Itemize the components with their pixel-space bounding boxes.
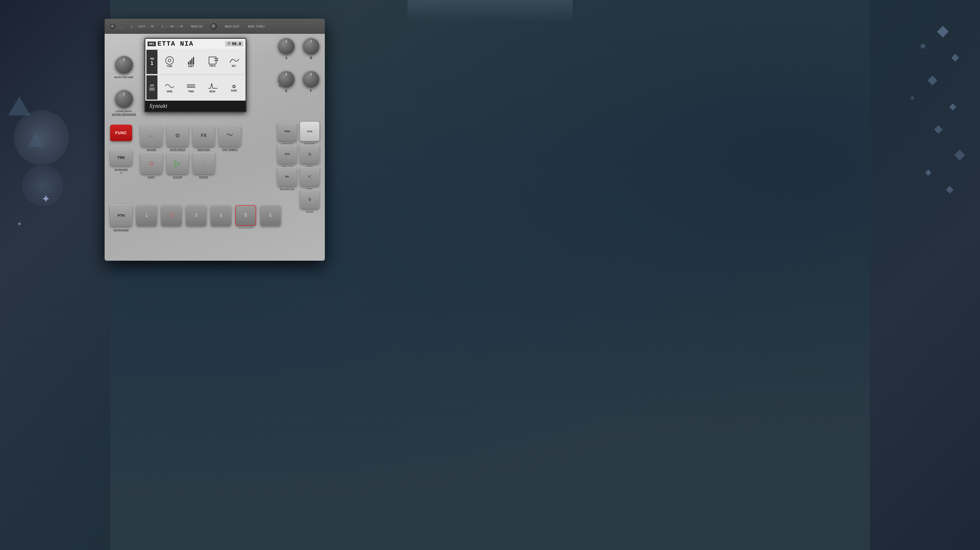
level-data-label: LEVEL/DATASOUND BROWSER [112,110,136,116]
tmod-icon [187,82,195,90]
ptn-button[interactable]: PTN METRONOME [110,204,132,226]
track-number: 1 [151,60,154,66]
knob-a-label: A [285,56,288,60]
lcd-top-bar: A01 ETTA NIA ⏱ 98.0 [145,39,245,49]
step-button-3[interactable]: 3 [186,205,207,226]
right-nav-buttons: TRIG QUANTIZE SYN MACHINE YES SAVE PTN ∧… [277,122,319,209]
level-data-knob[interactable] [115,90,133,108]
step-1-sub: :…… [144,228,149,230]
step-button-4[interactable]: 4 [211,205,231,226]
smod-label: SMOD [167,90,172,93]
midi-din-jack [211,23,216,29]
pattern-id: A01 [148,41,156,46]
knob-b-container: B [303,38,319,60]
main-volume-container: MAIN VOLUME [110,56,138,79]
paste-label: PASTE [199,176,208,179]
param-tmod: TMOD [181,82,202,93]
trk-indicator-dot [121,172,122,174]
pattern-name: ETTA NIA [158,40,194,48]
bpm-display: ⏱ 98.0 [225,41,243,46]
param-smod: SMOD [159,82,180,93]
bpm-icon: ⏱ [228,42,231,46]
step-num-1: 1 [145,212,148,218]
lcd-row-1: TRK 1 TUNE [146,50,245,74]
audio-out-label: L ···· OUT ···· R [131,25,154,28]
step-button-1[interactable]: 1 :…… [136,205,157,226]
knob-b[interactable] [303,38,319,54]
over-label: OVER [231,90,237,92]
param-swep: SWEP [181,56,202,68]
copy-icon: ○ [149,159,154,167]
smod-icon [165,82,175,90]
dec-icon [229,57,239,64]
bg-left-panel [0,0,110,550]
trk-button[interactable]: TRK KEYBOARD [110,149,132,166]
tap-tempo-label: TAP TEMPO [222,148,237,151]
reload-ptn-sublabel: RELOAD PTN [280,187,294,190]
knob-e-label: E [285,89,287,93]
midi-out-label: MIDI OUT [225,25,240,28]
param-menv: MENV [202,82,223,93]
knob-f[interactable] [303,71,319,87]
swep-label: SWEP [188,65,194,68]
param-pnch: PNCH [202,57,223,67]
routing-button[interactable]: FX ROUTING [193,125,215,147]
copy-button[interactable]: ○ COPY [140,152,162,174]
track-number-box: TRK 1 [146,50,158,74]
tmod-label: TMOD [188,90,194,93]
no-button[interactable]: NO RELOAD PTN [277,167,297,186]
clear-button[interactable]: ▷ CLEAR [167,152,189,174]
no-label: NO [285,175,289,178]
step-num-5: 5 [244,212,247,218]
step-num-4: 4 [220,212,222,218]
knob-a[interactable] [278,38,294,54]
lev-bar [149,87,155,91]
swep-icon [188,56,194,65]
routing-label: ROUTING [198,148,210,151]
lev-label-box: LEV [150,84,154,87]
save-proj-button[interactable]: ⚙ SAVE PROJ [167,125,189,147]
left-knobs-section: MAIN VOLUME LEVEL/DATASOUND BROWSER [110,56,138,127]
digital-mute-label: DIGITAL/MUTE [239,227,253,229]
main-volume-knob[interactable] [115,56,133,74]
arrow-left-button[interactable]: < µTIME - [300,167,319,186]
step-buttons-row: PTN METRONOME 1 :…… 2 3 4 5 [110,204,319,226]
func-button[interactable]: FUNC [110,125,132,141]
step-button-6[interactable]: 6 [260,205,281,226]
lcd-brand-area: Syntakt [145,101,245,111]
step-button-2[interactable]: 2 [161,205,182,226]
arrow-up-icon: ∧ [308,151,312,157]
paste-icon: □ [202,160,206,166]
arrow-down-icon: ∨ [308,196,312,202]
bg-right-panel [870,0,980,550]
pnch-label: PNCH [210,65,215,67]
midi-thru-group: MIDI THRU [248,25,265,28]
sound-browser-sublabel: SOUND BROWSER [112,113,136,116]
sound-icon: ··· [149,133,154,139]
arrow-up-button[interactable]: ∧ RTRIG [300,144,319,163]
keyboard-sublabel: KEYBOARD [115,168,128,171]
sound-button[interactable]: ··· SOUND [140,125,162,147]
syntakt-device: 🎧 L ···· OUT ···· R L ····· IN ····· R M… [105,19,325,261]
syn-button[interactable]: SYN MACHINE [300,122,319,141]
tap-tempo-button[interactable]: TAP TEMPO [219,125,241,147]
knob-f-label: F [310,89,312,93]
paste-button[interactable]: □ PASTE [193,152,215,174]
headphone-icon: 🎧 [117,24,123,29]
midi-out-group: MIDI OUT [225,25,240,28]
audio-in-group: L ····· IN ····· R [162,25,183,28]
step-button-5[interactable]: 5 DIGITAL/MUTE [235,205,256,226]
menv-label: MENV [210,90,215,93]
trig-label: TRIG [284,130,290,133]
trig-button[interactable]: TRIG QUANTIZE [277,122,297,141]
brand-name: Syntakt [150,103,168,109]
transport-buttons-row: ○ COPY ▷ CLEAR □ PASTE [140,152,215,174]
lcd-params-area: TRK 1 TUNE [145,49,245,101]
yes-button[interactable]: YES SAVE PTN [277,144,297,163]
func-label: FUNC [115,131,127,135]
bpm-value: 98.0 [232,41,241,46]
trk-label: TRK [117,155,125,160]
trk-label: TRK [150,58,154,60]
lcd-divider [146,74,245,75]
knob-b-label: B [310,56,312,60]
